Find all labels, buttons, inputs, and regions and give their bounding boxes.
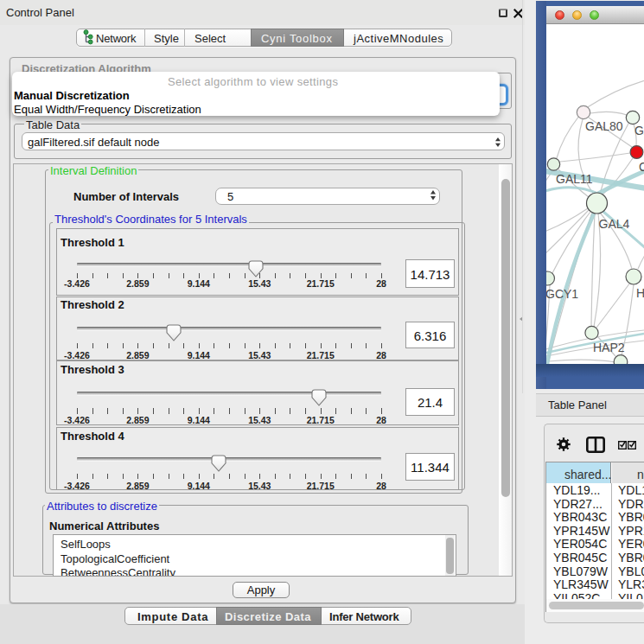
svg-text:HAP2: HAP2 — [593, 341, 625, 354]
svg-text:GCY1: GCY1 — [546, 287, 578, 301]
svg-text:HA: HA — [636, 286, 644, 300]
svg-text:GAL4: GAL4 — [599, 217, 630, 231]
svg-text:GAL11: GAL11 — [556, 172, 593, 186]
svg-text:GAL80: GAL80 — [585, 119, 623, 133]
svg-text:GAL: GAL — [634, 124, 644, 137]
svg-text:CC: CC — [639, 160, 644, 174]
